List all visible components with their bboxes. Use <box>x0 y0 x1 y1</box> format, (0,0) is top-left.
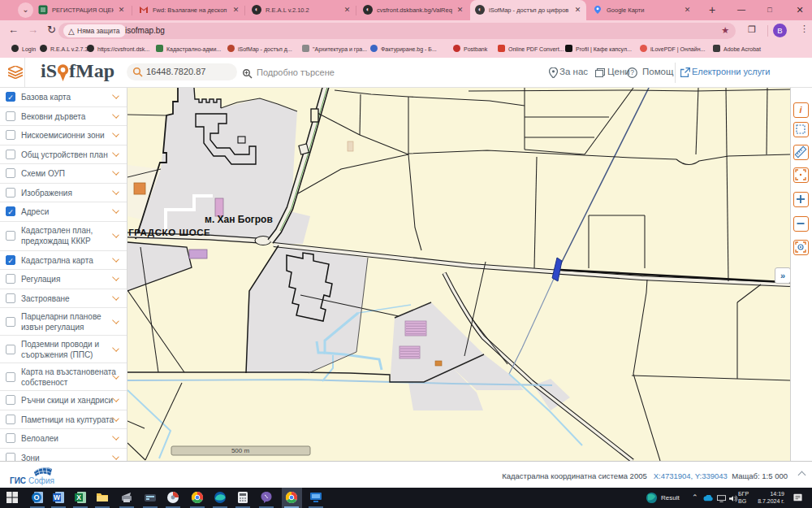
svg-text:м. Хан Богров: м. Хан Богров <box>205 214 273 225</box>
svg-text:?: ? <box>630 68 634 76</box>
svg-text:София: София <box>28 476 54 485</box>
svg-text:РИГРАДСКО ШОСЕ: РИГРАДСКО ШОСЕ <box>127 228 210 237</box>
svg-text:i: i <box>799 105 802 115</box>
svg-text:500 m: 500 m <box>231 447 250 454</box>
svg-text:W: W <box>54 493 61 501</box>
svg-text:O: O <box>33 493 39 501</box>
svg-text:X: X <box>76 493 81 501</box>
svg-text:ГИС: ГИС <box>10 476 26 485</box>
